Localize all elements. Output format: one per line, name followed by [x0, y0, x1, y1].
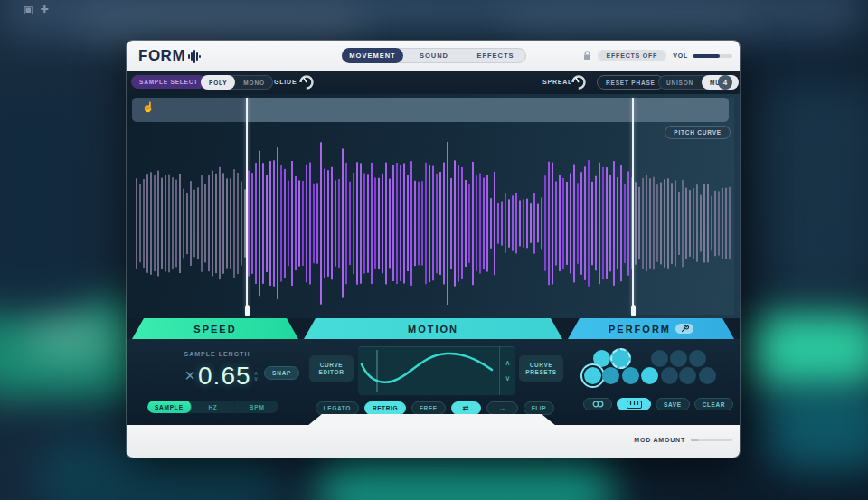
background-blob [81, 13, 362, 36]
selection-start-handle[interactable] [245, 305, 250, 316]
poly-button[interactable]: POLY [201, 75, 235, 90]
motion-title: MOTION [408, 324, 458, 335]
mod-amount-fill [691, 439, 698, 441]
perform-pad-off[interactable] [679, 367, 696, 384]
vol-label: VOL [673, 52, 688, 59]
background-blob [750, 307, 868, 393]
background-blob [316, 452, 615, 500]
form-logo: FORM [138, 47, 201, 65]
clear-button[interactable]: CLEAR [694, 398, 733, 410]
keyboard-mode-button[interactable] [617, 398, 651, 410]
perform-edit-button[interactable] [675, 324, 693, 334]
perform-pad-mid[interactable] [602, 367, 619, 384]
section-header-perform: PERFORM [568, 318, 734, 339]
spread-knob[interactable] [570, 73, 588, 91]
section-header-speed: SPEED [132, 318, 298, 339]
perform-pad-ring[interactable] [584, 367, 601, 384]
reset-phase-button[interactable]: RESET PHASE [597, 75, 665, 90]
waveform-display[interactable]: ☝ PITCH CURVE [127, 94, 740, 318]
control-bar: SAMPLE SELECT POLY MONO GLIDE SPREAD RES… [127, 71, 740, 94]
main-tab-group: MOVEMENT SOUND EFFECTS [342, 48, 526, 63]
volume-slider[interactable] [693, 54, 732, 58]
perform-pad-selected[interactable] [610, 348, 631, 369]
voices-count-badge[interactable]: 4 [718, 75, 732, 90]
keyboard-icon [627, 401, 642, 409]
glide-knob[interactable] [297, 73, 316, 91]
pitch-curve-button[interactable]: PITCH CURVE [665, 126, 731, 139]
perform-pad-off[interactable] [689, 350, 706, 367]
link-icon [592, 401, 604, 408]
perform-pad-off[interactable] [670, 350, 687, 367]
link-pads-button[interactable] [583, 398, 612, 410]
background-blob [27, 321, 118, 357]
mono-button[interactable]: MONO [235, 75, 272, 90]
perform-pad-on[interactable] [641, 367, 658, 384]
selection-end-handle[interactable] [631, 305, 636, 316]
desktop-icons: ▣✚ [24, 4, 56, 15]
perform-pad-off[interactable] [661, 367, 678, 384]
background-blob [506, 11, 750, 33]
perform-pad-off[interactable] [699, 367, 716, 384]
unison-button[interactable]: UNISON [658, 75, 702, 90]
perform-title: PERFORM [609, 324, 671, 335]
tab-movement[interactable]: MOVEMENT [342, 48, 403, 63]
background-blob [764, 81, 868, 298]
mod-amount-label: MOD AMOUNT [634, 437, 685, 443]
perform-pad-off[interactable] [651, 350, 668, 367]
perform-pad-on[interactable] [593, 350, 610, 367]
speed-title: SPEED [193, 324, 236, 335]
tab-sound[interactable]: SOUND [403, 48, 465, 63]
glide-label: GLIDE [274, 79, 297, 85]
logo-text: FORM [138, 47, 185, 65]
sample-select-button[interactable]: SAMPLE SELECT [131, 75, 206, 89]
selection-end-line[interactable] [632, 98, 634, 315]
selection-start-line[interactable] [246, 98, 248, 315]
voice-mode-toggle: POLY MONO [201, 75, 273, 90]
tab-effects[interactable]: EFFECTS [465, 48, 526, 63]
header: FORM MOVEMENT SOUND EFFECTS EFFECTS OFF … [127, 41, 740, 71]
section-header-motion: MOTION [304, 318, 562, 339]
lower-panel: SAMPLE LENGTH × 0.65 ∧ ∨ SNAP SAMPLE HZ … [127, 339, 740, 425]
perform-buttons-row: SAVE CLEAR [583, 398, 733, 410]
perform-pads [127, 339, 740, 425]
spread-label: SPREAD [542, 79, 573, 85]
background-blob [0, 90, 90, 316]
plugin-window: FORM MOVEMENT SOUND EFFECTS EFFECTS OFF … [127, 41, 740, 458]
save-button[interactable]: SAVE [656, 398, 690, 410]
perform-pad-mid[interactable] [622, 367, 639, 384]
wrench-icon [681, 325, 689, 333]
volume-slider-fill [693, 54, 720, 58]
background-blob [764, 389, 868, 470]
waveform-svg [127, 94, 740, 318]
effects-off-button[interactable]: EFFECTS OFF [598, 50, 667, 61]
logo-waveform-icon [188, 50, 201, 63]
mod-amount-slider[interactable] [691, 439, 732, 441]
lock-icon[interactable] [583, 51, 591, 61]
